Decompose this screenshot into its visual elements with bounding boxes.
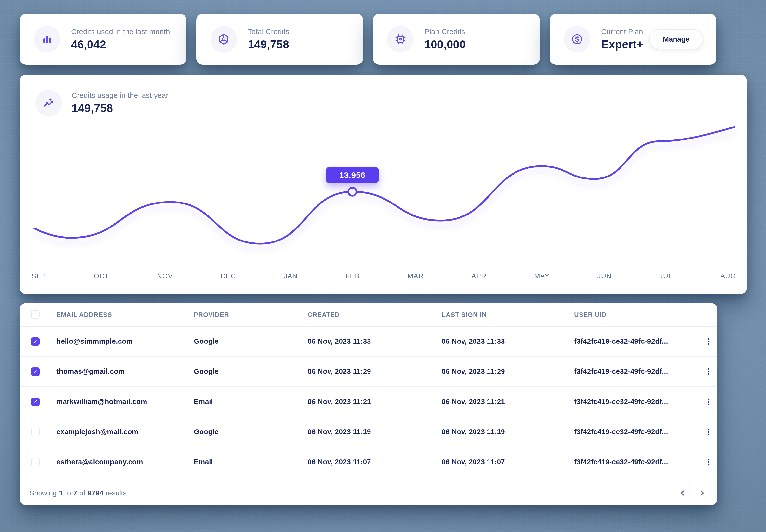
cell-last-sign-in: 06 Nov, 2023 11:33 [442,337,574,345]
dollar-icon [564,26,590,52]
stat-value: Expert+ [601,38,643,51]
cell-user-uid: f3f42fc419-ce32-49fc-92df... [574,367,704,376]
credits-line-series [29,123,739,277]
header-last-sign-in: LAST SIGN IN [442,311,574,318]
cube-icon [211,26,237,52]
table-row: esthera@aicompany.com Email 06 Nov, 2023… [20,447,717,477]
stat-value: 100,000 [424,38,466,51]
cell-email: esthera@aicompany.com [56,458,194,466]
cell-user-uid: f3f42fc419-ce32-49fc-92df... [574,337,704,345]
highlighted-point-marker[interactable] [348,188,357,196]
pagination [677,488,708,498]
bar-chart-icon [34,26,60,52]
stat-card-total-credits: Total Credits 149,758 [196,14,363,65]
cell-last-sign-in: 06 Nov, 2023 11:21 [442,398,574,406]
cell-last-sign-in: 06 Nov, 2023 11:19 [442,428,574,436]
cell-email: thomas@gmail.com [56,367,194,376]
row-checkbox[interactable] [31,428,39,436]
table-row: hello@simmmple.com Google 06 Nov, 2023 1… [20,327,717,357]
row-menu-icon[interactable] [704,396,714,408]
cell-created: 06 Nov, 2023 11:21 [308,398,442,406]
row-checkbox[interactable] [31,337,39,346]
x-tick: APR [471,272,486,280]
stat-card-credits-used: Credits used in the last month 46,042 [20,14,186,65]
row-menu-icon[interactable] [704,426,714,438]
header-created: CREATED [308,311,442,318]
x-tick: JAN [284,272,298,280]
cell-user-uid: f3f42fc419-ce32-49fc-92df... [574,398,704,406]
stat-label: Credits used in the last month [71,27,170,36]
cell-provider: Google [194,337,308,345]
cell-provider: Email [194,398,308,406]
table-row: examplejosh@mail.com Google 06 Nov, 2023… [20,417,717,447]
cell-email: markwilliam@hotmail.com [56,398,194,406]
x-tick: SEP [31,272,46,280]
x-tick: AUG [720,272,736,280]
row-menu-icon[interactable] [704,336,714,347]
header-provider: PROVIDER [194,311,308,318]
cell-created: 06 Nov, 2023 11:33 [308,337,442,345]
x-tick: NOV [157,272,173,280]
chevron-left-icon[interactable] [677,488,688,498]
x-tick: JUN [598,272,612,280]
line-chart: 13,956 SEP OCT NOV DEC JAN FEB MAR APR M… [20,75,747,294]
table-header-row: EMAIL ADDRESS PROVIDER CREATED LAST SIGN… [20,303,717,327]
cell-user-uid: f3f42fc419-ce32-49fc-92df... [574,458,704,466]
cell-provider: Google [194,367,308,376]
stat-card-current-plan: Current Plan Expert+ Manage [549,14,716,65]
cell-created: 06 Nov, 2023 11:19 [308,428,442,436]
manage-plan-button[interactable]: Manage [649,29,703,49]
chevron-right-icon[interactable] [697,488,708,498]
stat-label: Plan Credits [424,27,466,36]
stat-value: 149,758 [248,38,289,51]
results-summary: Showing1to7of9794results [29,489,126,497]
stat-label: Total Credits [248,27,289,36]
dashboard-page: Credits used in the last month 46,042 To… [0,0,766,532]
header-user-uid: USER UID [574,311,704,318]
x-tick: FEB [345,272,360,280]
stat-value: 46,042 [71,38,170,51]
cell-provider: Google [194,428,308,436]
row-checkbox[interactable] [31,367,39,376]
chart-tooltip: 13,956 [326,167,379,183]
x-tick: MAR [408,272,424,280]
stat-label: Current Plan [601,27,643,36]
table-row: thomas@gmail.com Google 06 Nov, 2023 11:… [20,357,717,387]
x-tick: OCT [94,272,109,280]
cell-user-uid: f3f42fc419-ce32-49fc-92df... [574,428,704,436]
credits-usage-chart-card: Credits usage in the last year 149,758 1… [20,75,747,294]
cpu-icon [387,26,414,52]
row-menu-icon[interactable] [704,366,714,378]
cell-provider: Email [194,458,308,466]
row-checkbox[interactable] [31,398,39,406]
header-email: EMAIL ADDRESS [56,311,194,318]
cell-last-sign-in: 06 Nov, 2023 11:29 [442,367,574,376]
chart-tooltip-value: 13,956 [339,170,366,180]
table-footer: Showing1to7of9794results [20,481,717,505]
cell-email: examplejosh@mail.com [56,428,194,436]
cell-created: 06 Nov, 2023 11:29 [308,367,442,376]
cell-created: 06 Nov, 2023 11:07 [308,458,442,466]
stat-card-plan-credits: Plan Credits 100,000 [373,14,540,65]
cell-last-sign-in: 06 Nov, 2023 11:07 [442,458,574,466]
row-menu-icon[interactable] [704,456,714,468]
x-axis: SEP OCT NOV DEC JAN FEB MAR APR MAY JUN … [31,272,736,280]
table-row: markwilliam@hotmail.com Email 06 Nov, 20… [20,387,717,417]
select-all-checkbox[interactable] [31,310,39,319]
cell-email: hello@simmmple.com [56,337,194,345]
users-table-card: EMAIL ADDRESS PROVIDER CREATED LAST SIGN… [20,303,717,505]
x-tick: MAY [534,272,549,280]
row-checkbox[interactable] [31,458,39,466]
x-tick: DEC [221,272,236,280]
x-tick: JUL [659,272,672,280]
